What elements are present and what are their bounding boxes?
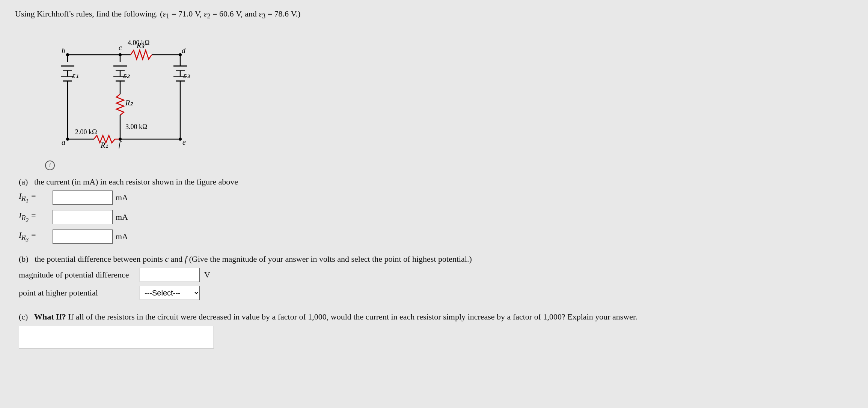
info-icon[interactable]: i [45, 160, 55, 170]
voltage-unit: V [204, 270, 210, 280]
svg-point-41 [179, 138, 182, 141]
svg-text:ε₁: ε₁ [72, 70, 79, 80]
svg-text:ε₃: ε₃ [183, 70, 190, 80]
part-b-label: (b) the potential difference between poi… [19, 254, 853, 264]
part-c-letter: (c) [19, 312, 28, 321]
part-c-answer[interactable] [19, 326, 214, 348]
ir3-unit: mA [116, 232, 128, 242]
magnitude-label: magnitude of potential difference [19, 270, 135, 280]
magnitude-input[interactable] [140, 268, 200, 282]
ir2-input[interactable] [53, 210, 113, 224]
svg-point-36 [66, 53, 69, 56]
svg-point-39 [66, 138, 69, 141]
ir3-label: IR3 = [19, 230, 53, 243]
ir2-label: IR2 = [19, 211, 53, 224]
svg-text:3.00 kΩ: 3.00 kΩ [125, 123, 147, 130]
ir1-row: IR1 = mA [19, 190, 853, 205]
svg-text:f: f [119, 140, 122, 148]
higher-potential-select[interactable]: ---Select--- c f [140, 286, 200, 300]
ir2-unit: mA [116, 212, 128, 222]
part-b-section: (b) the potential difference between poi… [15, 254, 853, 300]
svg-text:R₂: R₂ [125, 99, 133, 107]
ir3-row: IR3 = mA [19, 230, 853, 244]
ir2-row: IR2 = mA [19, 210, 853, 224]
svg-text:b: b [62, 46, 65, 55]
part-a-label: (a) the current (in mA) in each resistor… [19, 177, 853, 187]
part-c-text: (c) What If? If all of the resistors in … [19, 310, 853, 323]
problem-statement: Using Kirchhoff's rules, find the follow… [15, 8, 853, 22]
svg-text:c: c [119, 44, 122, 52]
magnitude-row: magnitude of potential difference V [19, 268, 853, 282]
svg-text:R₁: R₁ [100, 141, 108, 149]
svg-point-37 [119, 53, 122, 56]
svg-text:e: e [182, 138, 186, 146]
ir3-input[interactable] [53, 230, 113, 244]
ir1-unit: mA [116, 193, 128, 202]
higher-potential-label: point at higher potential [19, 288, 135, 298]
ir1-input[interactable] [53, 190, 113, 205]
svg-text:ε₂: ε₂ [123, 70, 130, 80]
part-c-section: (c) What If? If all of the resistors in … [15, 310, 853, 348]
ir1-label: IR1 = [19, 191, 53, 204]
part-b-letter: (b) [19, 254, 29, 264]
svg-text:a: a [62, 138, 65, 146]
part-c-bold: What If? [34, 312, 66, 321]
svg-text:4.00 kΩ: 4.00 kΩ [128, 39, 149, 46]
higher-potential-row: point at higher potential ---Select--- c… [19, 286, 853, 300]
svg-text:d: d [182, 46, 186, 55]
circuit-diagram: ε₁ ε₂ R₂ [38, 28, 225, 156]
svg-point-38 [179, 53, 182, 56]
part-a-section: (a) the current (in mA) in each resistor… [15, 177, 853, 244]
part-a-letter: (a) [19, 177, 28, 186]
svg-text:2.00 kΩ: 2.00 kΩ [75, 128, 97, 136]
